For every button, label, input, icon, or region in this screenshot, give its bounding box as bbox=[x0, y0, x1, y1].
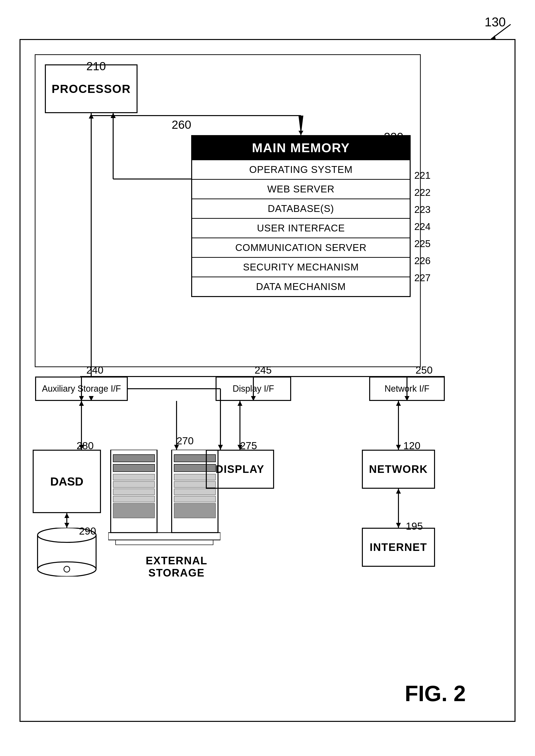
dasd-box: DASD bbox=[33, 450, 101, 513]
svg-marker-24 bbox=[79, 401, 84, 406]
svg-rect-50 bbox=[113, 496, 155, 502]
svg-marker-14 bbox=[298, 131, 303, 135]
figure-label: FIG. 2 bbox=[405, 681, 466, 706]
svg-rect-51 bbox=[113, 503, 155, 518]
ref-290: 290 bbox=[79, 525, 96, 537]
svg-rect-56 bbox=[174, 489, 215, 495]
svg-marker-12 bbox=[298, 116, 303, 135]
display-box: DISPLAY bbox=[206, 450, 274, 489]
outer-diagram-box: PROCESSOR 210 260 MAIN MEMORY OPERATING … bbox=[19, 39, 516, 722]
external-storage-label: EXTERNAL STORAGE bbox=[121, 554, 233, 579]
svg-rect-45 bbox=[113, 455, 155, 462]
internet-label: INTERNET bbox=[370, 541, 427, 553]
memory-row-224: USER INTERFACE bbox=[192, 218, 410, 238]
svg-rect-48 bbox=[113, 481, 155, 488]
ref-227: 227 bbox=[414, 269, 431, 286]
ref-280: 280 bbox=[76, 440, 94, 452]
svg-rect-49 bbox=[113, 489, 155, 495]
memory-row-223: DATABASE(S) bbox=[192, 199, 410, 218]
svg-marker-42 bbox=[218, 445, 223, 450]
processor-label: PROCESSOR bbox=[52, 82, 131, 96]
svg-marker-38 bbox=[64, 513, 69, 518]
svg-marker-19 bbox=[111, 113, 116, 118]
page: 130 bbox=[0, 0, 535, 756]
ref-270: 270 bbox=[177, 435, 194, 447]
memory-row-222: WEB SERVER bbox=[192, 179, 410, 199]
svg-marker-22 bbox=[89, 114, 94, 119]
svg-marker-32 bbox=[396, 401, 401, 406]
svg-marker-35 bbox=[396, 489, 401, 493]
svg-rect-47 bbox=[113, 474, 155, 480]
display-if-label: Display I/F bbox=[233, 384, 274, 394]
network-if-label: Network I/F bbox=[384, 384, 429, 394]
aux-storage-if-box: Auxiliary Storage I/F bbox=[35, 377, 128, 401]
memory-row-225: COMMUNICATION SERVER bbox=[192, 238, 410, 257]
svg-rect-60 bbox=[116, 540, 213, 545]
ref-220: 220 bbox=[384, 130, 403, 144]
ref-226: 226 bbox=[414, 252, 431, 269]
main-memory-header: MAIN MEMORY bbox=[192, 136, 410, 159]
ref-120: 120 bbox=[403, 440, 420, 452]
network-if-box: Network I/F bbox=[369, 377, 445, 401]
dasd-label: DASD bbox=[50, 475, 83, 488]
ref-275: 275 bbox=[240, 440, 257, 452]
svg-marker-36 bbox=[396, 523, 401, 528]
ref-221: 221 bbox=[414, 167, 431, 184]
memory-row-226: SECURITY MECHANISM bbox=[192, 257, 410, 277]
network-box: NETWORK bbox=[362, 450, 435, 489]
internet-box: INTERNET bbox=[362, 528, 435, 567]
svg-rect-46 bbox=[113, 464, 155, 472]
external-storage-icon bbox=[108, 450, 220, 554]
svg-point-65 bbox=[64, 566, 70, 572]
display-if-box: Display I/F bbox=[215, 377, 291, 401]
svg-marker-39 bbox=[64, 523, 69, 528]
svg-rect-58 bbox=[174, 503, 215, 518]
ref-223: 223 bbox=[414, 201, 431, 218]
ref-195: 195 bbox=[406, 520, 423, 532]
svg-marker-18 bbox=[111, 113, 116, 118]
ref-245: 245 bbox=[255, 364, 272, 376]
memory-row-227: DATA MECHANISM bbox=[192, 277, 410, 296]
memory-row-221: OPERATING SYSTEM bbox=[192, 159, 410, 179]
row-refs: 221 222 223 224 225 226 227 bbox=[414, 167, 431, 286]
svg-rect-57 bbox=[174, 496, 215, 502]
ref-225: 225 bbox=[414, 235, 431, 252]
svg-marker-33 bbox=[396, 445, 401, 450]
svg-point-64 bbox=[38, 562, 96, 576]
ref-250: 250 bbox=[415, 364, 433, 376]
aux-storage-label: Auxiliary Storage I/F bbox=[42, 384, 121, 394]
ref-240: 240 bbox=[86, 364, 103, 376]
ref-210: 210 bbox=[86, 60, 106, 73]
svg-rect-59 bbox=[108, 533, 220, 540]
svg-marker-29 bbox=[238, 401, 242, 406]
ref-260: 260 bbox=[172, 118, 191, 131]
main-memory-box: MAIN MEMORY OPERATING SYSTEM WEB SERVER … bbox=[191, 135, 410, 297]
ref-224: 224 bbox=[414, 218, 431, 235]
network-label: NETWORK bbox=[369, 463, 428, 475]
display-label: DISPLAY bbox=[215, 463, 265, 475]
ref-222: 222 bbox=[414, 184, 431, 201]
